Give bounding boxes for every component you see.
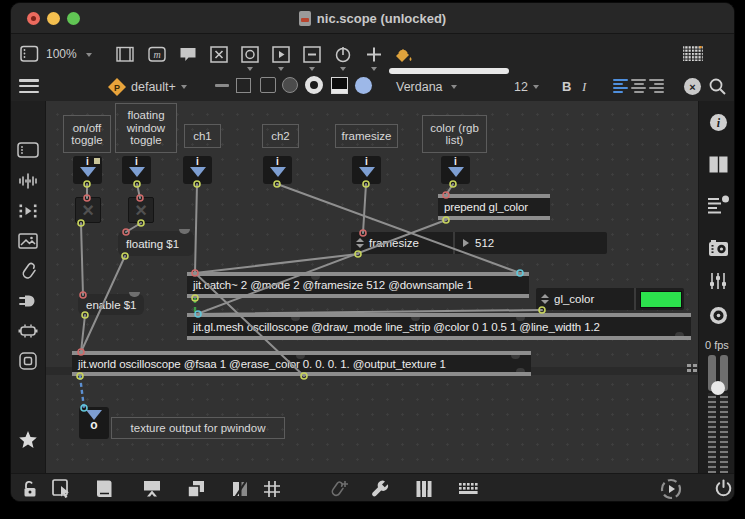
attrui-framesize-value[interactable]: 512 bbox=[475, 237, 494, 249]
hardware-icon[interactable] bbox=[17, 321, 39, 341]
inlet-object-onoff[interactable]: i bbox=[73, 156, 102, 184]
align-right-icon[interactable] bbox=[649, 79, 664, 93]
comment-ch2[interactable]: ch2 bbox=[262, 124, 299, 148]
unlock-icon[interactable] bbox=[19, 479, 41, 499]
plug-icon[interactable] bbox=[17, 291, 39, 311]
add-file-icon[interactable] bbox=[326, 478, 350, 500]
playbar-dropdown-icon[interactable] bbox=[278, 67, 284, 71]
image-icon[interactable] bbox=[17, 231, 39, 251]
comment-icon[interactable] bbox=[178, 45, 198, 64]
style-name[interactable]: default+ bbox=[131, 80, 176, 94]
piano-keys-icon[interactable] bbox=[413, 478, 435, 500]
inlet-object-ch2[interactable]: i bbox=[263, 156, 292, 184]
stepper-icon[interactable] bbox=[356, 238, 364, 248]
star-icon[interactable] bbox=[17, 429, 39, 450]
video-filmstrip-icon[interactable] bbox=[17, 201, 39, 221]
comment-ch1[interactable]: ch1 bbox=[184, 124, 221, 148]
presentation-icon[interactable] bbox=[141, 478, 163, 500]
audio-waveform-icon[interactable] bbox=[17, 171, 39, 191]
select-mode-icon[interactable] bbox=[51, 478, 73, 500]
transport-play-icon[interactable] bbox=[659, 477, 683, 501]
snapshot-camera-icon[interactable] bbox=[708, 239, 729, 258]
titlebar[interactable]: nic.scope (unlocked) bbox=[11, 3, 734, 34]
object-box-icon[interactable] bbox=[115, 45, 135, 64]
console-icon[interactable] bbox=[707, 194, 730, 216]
playbar-icon[interactable] bbox=[271, 45, 291, 64]
minimize-button[interactable] bbox=[47, 12, 60, 25]
object-jit-gl-mesh[interactable]: jit.gl.mesh oscilloscope @draw_mode line… bbox=[187, 313, 691, 340]
distribute-icon[interactable] bbox=[229, 478, 251, 500]
font-size[interactable]: 12 bbox=[514, 80, 528, 94]
add-object-icon[interactable] bbox=[364, 45, 384, 64]
square-tool[interactable] bbox=[236, 78, 251, 93]
font-name[interactable]: Verdana bbox=[396, 80, 443, 94]
close-button[interactable] bbox=[27, 12, 40, 25]
bold-button[interactable]: B bbox=[562, 79, 571, 94]
new-patcher-icon[interactable] bbox=[93, 478, 115, 500]
inspector-wrench-icon[interactable] bbox=[369, 478, 391, 500]
mixer-sliders-icon[interactable] bbox=[709, 271, 727, 291]
dial-icon[interactable] bbox=[333, 45, 353, 64]
stepper-icon[interactable] bbox=[541, 294, 549, 304]
info-icon[interactable]: i bbox=[709, 113, 728, 132]
paint-bucket-icon[interactable] bbox=[392, 45, 416, 65]
toggle-icon[interactable] bbox=[209, 45, 229, 64]
inlet-object-color[interactable]: i bbox=[441, 156, 470, 184]
object-jit-catch[interactable]: jit.catch~ 2 @mode 2 @framesize 512 @dow… bbox=[187, 272, 529, 298]
inlet-object-ch1[interactable]: i bbox=[183, 156, 212, 184]
palette-scroll-indicator[interactable] bbox=[389, 68, 509, 74]
ring-tool[interactable] bbox=[305, 76, 323, 94]
patcher-window-icon[interactable] bbox=[17, 141, 39, 159]
add-dropdown-icon[interactable] bbox=[371, 67, 377, 71]
search-icon[interactable] bbox=[708, 77, 727, 96]
font-size-dropdown-icon[interactable] bbox=[533, 85, 539, 89]
zoom-button[interactable] bbox=[67, 12, 80, 25]
panel-tool[interactable] bbox=[331, 77, 348, 94]
align-center-icon[interactable] bbox=[631, 79, 646, 93]
toggle-floating[interactable]: × bbox=[128, 197, 154, 223]
attrui-gl-color[interactable]: gl_color bbox=[536, 288, 684, 310]
keyboard-icon[interactable] bbox=[456, 479, 480, 499]
object-palette-icon[interactable] bbox=[682, 43, 704, 63]
outlet-object[interactable]: o bbox=[79, 407, 109, 439]
zoom-level[interactable]: 100% bbox=[46, 47, 77, 61]
message-box-icon[interactable]: m bbox=[147, 45, 167, 64]
zoom-dropdown-icon[interactable] bbox=[86, 53, 92, 57]
rounded-square-tool[interactable] bbox=[260, 77, 276, 93]
button-icon[interactable] bbox=[240, 45, 260, 64]
gain-slider-knob[interactable] bbox=[711, 381, 725, 395]
sidebar-toggle-icon[interactable] bbox=[20, 45, 39, 63]
number-box-icon[interactable] bbox=[302, 45, 322, 64]
split-view-icon[interactable] bbox=[709, 156, 728, 173]
object-prepend[interactable]: prepend gl_color bbox=[438, 194, 550, 220]
attrui-framesize[interactable]: framesize 512 bbox=[351, 232, 607, 254]
number-dropdown-icon[interactable] bbox=[309, 67, 315, 71]
button-dropdown-icon[interactable] bbox=[247, 67, 253, 71]
message-enable[interactable]: enable $1 bbox=[78, 294, 144, 315]
comment-floating[interactable]: floating window toggle bbox=[115, 103, 177, 153]
hamburger-menu-icon[interactable] bbox=[19, 79, 39, 93]
message-floating[interactable]: floating $1 bbox=[118, 231, 194, 256]
grid-icon[interactable] bbox=[261, 478, 283, 500]
line-tool[interactable] bbox=[215, 84, 229, 87]
ellipse-tool[interactable] bbox=[355, 77, 372, 94]
circle-tool[interactable] bbox=[282, 77, 298, 93]
inlet-object-framesize[interactable]: i bbox=[352, 156, 381, 184]
font-dropdown-icon[interactable] bbox=[451, 85, 457, 89]
clear-format-icon[interactable]: × bbox=[684, 78, 701, 95]
style-dropdown-icon[interactable] bbox=[181, 85, 187, 89]
align-left-icon[interactable] bbox=[613, 79, 628, 93]
style-diamond-icon[interactable]: P bbox=[107, 77, 127, 97]
inlet-object-floating[interactable]: i bbox=[122, 156, 151, 184]
power-icon[interactable] bbox=[713, 478, 734, 499]
dial-dropdown-icon[interactable] bbox=[340, 67, 346, 71]
comment-color[interactable]: color (rgb list) bbox=[422, 115, 487, 153]
comment-texture-output[interactable]: texture output for pwindow bbox=[111, 417, 285, 439]
package-icon[interactable] bbox=[17, 351, 39, 371]
comment-framesize[interactable]: framesize bbox=[335, 124, 398, 148]
italic-button[interactable]: I bbox=[582, 79, 586, 95]
toggle-onoff[interactable]: × bbox=[75, 197, 101, 223]
layers-icon[interactable] bbox=[185, 478, 207, 500]
record-icon[interactable] bbox=[709, 306, 728, 325]
paperclip-icon[interactable] bbox=[17, 260, 39, 282]
